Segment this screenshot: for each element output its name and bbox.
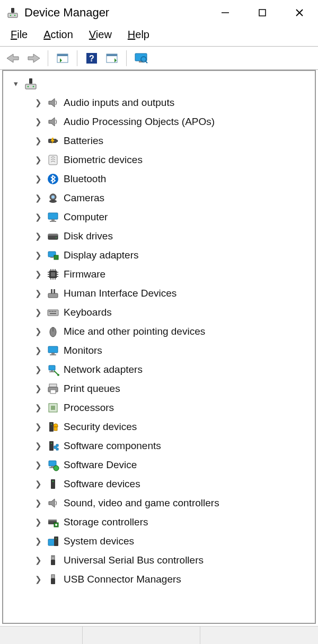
- menu-help[interactable]: Help: [128, 29, 149, 41]
- tree-category[interactable]: ❯Software Device: [3, 455, 315, 475]
- tree-category[interactable]: ❯Computer: [3, 208, 315, 227]
- chevron-right-icon[interactable]: ❯: [33, 212, 43, 222]
- chevron-right-icon[interactable]: ❯: [33, 460, 43, 470]
- chevron-right-icon[interactable]: ❯: [33, 231, 43, 241]
- device-tree-pane[interactable]: ▾❯Audio inputs and outputs❯Audio Process…: [2, 70, 316, 624]
- toolbar-forward-button[interactable]: [24, 49, 42, 67]
- tree-category[interactable]: ❯Sound, video and game controllers: [3, 494, 315, 513]
- tree-category[interactable]: ❯Cameras: [3, 189, 315, 208]
- toolbar-properties-button[interactable]: [54, 49, 72, 67]
- chevron-right-icon[interactable]: ❯: [33, 556, 43, 565]
- tree-category-label: Human Interface Devices: [64, 288, 176, 299]
- chevron-right-icon[interactable]: ❯: [33, 327, 43, 336]
- software-devices-icon: [46, 477, 60, 491]
- toolbar-back-button[interactable]: [4, 49, 22, 67]
- chevron-right-icon[interactable]: ❯: [33, 174, 43, 184]
- menu-file[interactable]: File: [11, 29, 28, 41]
- svg-marker-28: [49, 118, 55, 126]
- toolbar-scan-button[interactable]: [103, 49, 121, 67]
- maximize-button[interactable]: [244, 0, 281, 25]
- close-button[interactable]: [281, 0, 318, 25]
- chevron-right-icon[interactable]: ❯: [33, 193, 43, 203]
- tree-category[interactable]: ❯Batteries: [3, 131, 315, 150]
- chevron-right-icon[interactable]: ❯: [33, 498, 43, 508]
- chevron-right-icon[interactable]: ❯: [33, 441, 43, 451]
- tree-category[interactable]: ❯System devices: [3, 532, 315, 551]
- chevron-right-icon[interactable]: ❯: [33, 117, 43, 127]
- toolbar-help-button[interactable]: ?: [83, 49, 101, 67]
- tree-category-label: Keyboards: [64, 307, 112, 318]
- tree-category[interactable]: ❯Processors: [3, 398, 315, 417]
- svg-rect-73: [51, 353, 55, 354]
- chevron-right-icon[interactable]: ❯: [33, 346, 43, 355]
- title-bar: Device Manager: [0, 0, 318, 25]
- tree-category[interactable]: ❯Firmware: [3, 265, 315, 284]
- menu-action[interactable]: Action: [43, 29, 73, 41]
- chevron-right-icon[interactable]: ❯: [33, 289, 43, 298]
- chevron-right-icon[interactable]: ❯: [33, 365, 43, 374]
- chevron-right-icon[interactable]: ❯: [33, 575, 43, 584]
- tree-category[interactable]: ❯Audio Processing Objects (APOs): [3, 112, 315, 131]
- chevron-right-icon[interactable]: ❯: [33, 98, 43, 108]
- chevron-right-icon[interactable]: ❯: [33, 384, 43, 393]
- tree-category[interactable]: ❯Disk drives: [3, 227, 315, 246]
- svg-point-86: [51, 424, 52, 425]
- chevron-right-icon[interactable]: ❯: [33, 536, 43, 546]
- svg-point-88: [51, 443, 52, 444]
- svg-point-26: [33, 86, 34, 87]
- chevron-right-icon[interactable]: ❯: [33, 251, 43, 260]
- svg-rect-68: [55, 311, 56, 312]
- tree-category[interactable]: ❯Monitors: [3, 341, 315, 360]
- tree-category[interactable]: ❯Network adapters: [3, 360, 315, 379]
- chevron-right-icon[interactable]: ❯: [33, 136, 43, 146]
- tree-category[interactable]: ❯Security devices: [3, 417, 315, 436]
- tree-category-label: Network adapters: [64, 364, 143, 375]
- menu-view[interactable]: View: [89, 29, 112, 41]
- window-controls: [207, 0, 318, 25]
- battery-icon: [46, 133, 60, 148]
- minimize-button[interactable]: [207, 0, 244, 25]
- tree-category-label: Sound, video and game controllers: [64, 497, 219, 509]
- chevron-right-icon[interactable]: ❯: [33, 155, 43, 165]
- tree-root[interactable]: ▾: [3, 74, 315, 93]
- tree-category[interactable]: ❯Biometric devices: [3, 150, 315, 169]
- svg-rect-41: [48, 234, 58, 236]
- tree-category[interactable]: ❯Universal Serial Bus controllers: [3, 551, 315, 570]
- svg-point-99: [55, 524, 57, 526]
- hid-icon: [46, 286, 60, 301]
- system-icon: [46, 534, 60, 549]
- tree-category[interactable]: ❯Audio inputs and outputs: [3, 93, 315, 112]
- tree-category[interactable]: ❯Print queues: [3, 379, 315, 398]
- menu-help-label-hotkey: H: [128, 29, 135, 40]
- menu-help-label-rest: elp: [135, 29, 149, 40]
- toolbar: ?: [0, 47, 318, 70]
- svg-point-79: [57, 374, 59, 376]
- status-cell: [83, 627, 200, 644]
- svg-point-102: [56, 538, 57, 539]
- toolbar-monitor-button[interactable]: [132, 49, 150, 67]
- tree-category[interactable]: ❯Display adapters: [3, 246, 315, 265]
- tree-category[interactable]: ❯Mice and other pointing devices: [3, 322, 315, 341]
- chevron-right-icon[interactable]: ❯: [33, 308, 43, 317]
- chevron-right-icon[interactable]: ❯: [33, 403, 43, 413]
- tree-category[interactable]: ❯Bluetooth: [3, 169, 315, 189]
- tree-category[interactable]: ❯USB Connector Managers: [3, 570, 315, 589]
- svg-point-4: [14, 15, 16, 16]
- toolbar-separator: [77, 50, 77, 66]
- tree-category[interactable]: ❯Keyboards: [3, 303, 315, 322]
- svg-rect-17: [107, 54, 117, 56]
- svg-rect-38: [51, 219, 55, 221]
- tree-category[interactable]: ❯Human Interface Devices: [3, 284, 315, 303]
- tree-category-label: Display adapters: [64, 249, 139, 261]
- chevron-right-icon[interactable]: ❯: [33, 422, 43, 432]
- svg-rect-77: [49, 371, 55, 372]
- svg-point-94: [52, 481, 54, 482]
- svg-rect-108: [51, 578, 55, 584]
- tree-category[interactable]: ❯Software devices: [3, 475, 315, 494]
- chevron-right-icon[interactable]: ❯: [33, 517, 43, 527]
- chevron-right-icon[interactable]: ❯: [33, 479, 43, 489]
- tree-category[interactable]: ❯Software components: [3, 436, 315, 455]
- chevron-down-icon[interactable]: ▾: [11, 79, 21, 88]
- tree-category[interactable]: ❯Storage controllers: [3, 513, 315, 532]
- chevron-right-icon[interactable]: ❯: [33, 270, 43, 279]
